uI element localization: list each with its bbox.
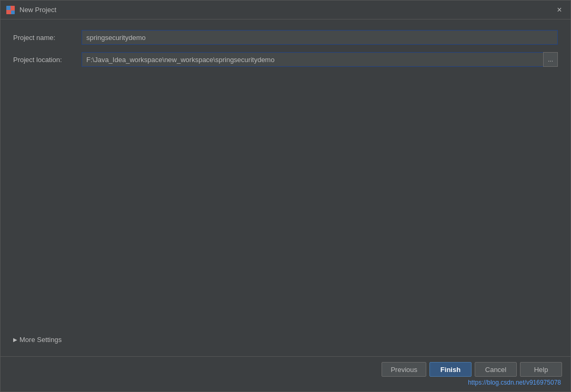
previous-button[interactable]: Previous	[382, 362, 426, 377]
footer-buttons: Previous Finish Cancel Help	[9, 362, 562, 377]
svg-rect-1	[6, 6, 11, 10]
project-location-input[interactable]	[82, 52, 543, 67]
more-settings-arrow-icon: ▶	[13, 337, 17, 343]
svg-rect-3	[6, 11, 10, 14]
help-button[interactable]: Help	[520, 362, 562, 377]
dialog-title: New Project	[19, 6, 56, 14]
project-name-label: Project name:	[13, 34, 82, 42]
app-icon	[6, 5, 15, 15]
close-button[interactable]: ×	[554, 4, 565, 16]
cancel-button[interactable]: Cancel	[475, 362, 517, 377]
content-spacer	[13, 74, 558, 334]
footer-link[interactable]: https://blog.csdn.net/v916975078	[468, 379, 562, 386]
finish-button[interactable]: Finish	[429, 362, 472, 377]
project-name-input[interactable]	[82, 30, 558, 45]
more-settings-label: More Settings	[19, 336, 62, 344]
browse-button[interactable]: ...	[543, 52, 558, 67]
new-project-dialog: New Project × Project name: Project loca…	[0, 0, 571, 392]
project-location-label: Project location:	[13, 56, 82, 64]
project-name-row: Project name:	[13, 30, 558, 45]
svg-rect-2	[11, 6, 15, 9]
project-location-field: ...	[82, 52, 558, 67]
svg-rect-4	[11, 11, 15, 14]
title-bar: New Project ×	[1, 1, 570, 19]
title-bar-left: New Project	[6, 5, 56, 15]
dialog-footer: Previous Finish Cancel Help https://blog…	[1, 356, 570, 391]
project-location-row: Project location: ...	[13, 52, 558, 67]
dialog-content: Project name: Project location: ... ▶ Mo…	[1, 19, 570, 356]
more-settings-toggle[interactable]: ▶ More Settings	[13, 334, 558, 346]
